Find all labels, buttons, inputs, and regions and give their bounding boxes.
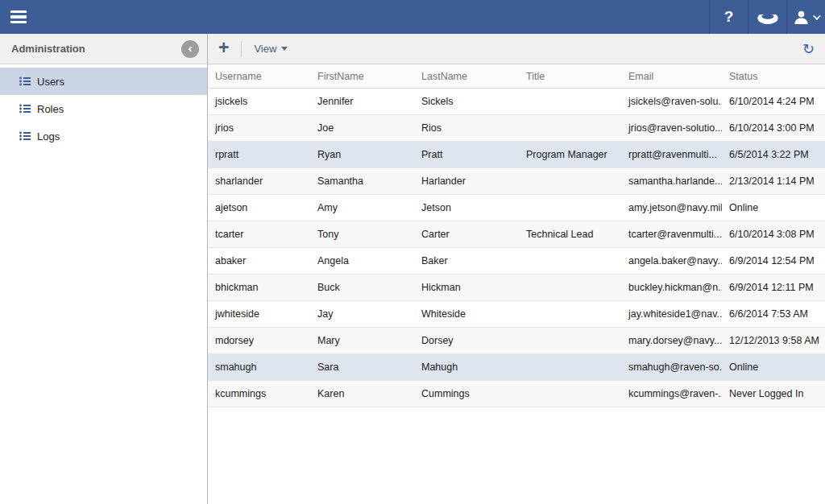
sidebar-item-label: Users [37,76,64,88]
cell-email: samantha.harlande... [621,176,722,187]
app-body: Administration ‹ Users Roles [0,34,825,504]
cell-username: tcarter [208,229,310,240]
hamburger-icon [10,10,27,14]
add-button[interactable]: + [208,39,241,60]
list-icon [19,131,31,141]
table-row[interactable]: tcarter Tony Carter Technical Lead tcart… [208,221,825,248]
cell-lastname: Dorsey [414,335,519,346]
question-icon: ? [724,8,734,26]
cell-status: 6/9/2014 12:11 PM [722,282,825,293]
refresh-button[interactable]: ↻ [802,42,815,56]
phone-button[interactable] [748,0,786,34]
cell-lastname: Whiteside [414,308,519,320]
cell-email: jrios@raven-solutio... [621,122,722,134]
table-row[interactable]: ajetson Amy Jetson amy.jetson@navy.mil O… [208,195,825,221]
refresh-icon: ↻ [802,40,815,57]
chevron-down-icon [281,47,288,51]
column-header-username[interactable]: Username [208,71,310,82]
table-row[interactable]: abaker Angela Baker angela.baker@navy...… [208,248,825,275]
phone-icon [756,10,780,25]
cell-firstname: Jennifer [310,96,414,107]
toolbar: + View ↻ [208,34,825,64]
user-menu-button[interactable] [786,0,825,34]
cell-firstname: Tony [310,229,414,240]
cell-lastname: Rios [414,122,519,134]
cell-username: rpratt [208,149,310,160]
cell-firstname: Sara [310,361,414,373]
chevron-down-icon [813,12,821,20]
table-row[interactable]: kcummings Karen Cummings kcummings@raven… [208,381,825,407]
cell-firstname: Jay [310,308,414,320]
cell-lastname: Pratt [414,149,519,160]
column-header-status[interactable]: Status [722,71,825,82]
cell-status: 6/5/2014 3:22 PM [722,149,825,160]
sidebar-item-roles[interactable]: Roles [0,95,207,122]
sidebar: Administration ‹ Users Roles [0,34,208,504]
cell-status: Never Logged In [722,388,825,399]
topbar-actions: ? [709,0,825,34]
cell-firstname: Angela [310,255,414,266]
sidebar-item-label: Logs [37,130,60,143]
cell-email: jay.whiteside1@nav... [621,308,722,320]
cell-email: smahugh@raven-so... [621,361,722,373]
cell-username: mdorsey [208,335,310,346]
cell-username: jwhiteside [208,308,310,320]
table-row[interactable]: sharlander Samantha Harlander samantha.h… [208,168,825,195]
cell-lastname: Baker [414,255,519,266]
table-row[interactable]: smahugh Sara Mahugh smahugh@raven-so... … [208,354,825,381]
chevron-left-icon: ‹ [189,42,193,54]
table-row[interactable]: bhickman Buck Hickman buckley.hickman@n.… [208,275,825,301]
menu-button[interactable] [0,0,37,34]
cell-email: amy.jetson@navy.mil [621,202,722,213]
collapse-sidebar-button[interactable]: ‹ [181,40,199,58]
cell-firstname: Amy [310,202,414,213]
sidebar-header: Administration ‹ [0,34,207,64]
cell-lastname: Sickels [414,96,519,107]
cell-firstname: Karen [310,388,414,399]
table-body: jsickels Jennifer Sickels jsickels@raven… [208,89,825,407]
cell-status: Online [722,361,825,373]
cell-username: abaker [208,255,310,266]
table-row[interactable]: jrios Joe Rios jrios@raven-solutio... 6/… [208,115,825,142]
plus-icon: + [218,37,229,58]
column-header-title[interactable]: Title [519,71,621,82]
cell-status: Online [722,202,825,213]
cell-email: kcummings@raven-... [621,388,722,399]
cell-status: 2/13/2014 1:14 PM [722,176,825,187]
table-header: UsernameFirstNameLastNameTitleEmailStatu… [208,64,825,89]
column-header-lastname[interactable]: LastName [414,71,519,82]
column-header-firstname[interactable]: FirstName [310,71,414,82]
cell-title: Program Manager [519,149,621,160]
cell-username: sharlander [208,176,310,187]
table-row[interactable]: jsickels Jennifer Sickels jsickels@raven… [208,89,825,115]
cell-firstname: Samantha [310,176,414,187]
cell-email: mary.dorsey@navy.... [621,335,722,346]
user-icon [794,10,809,24]
topbar: ? [0,0,825,34]
cell-username: jsickels [208,96,310,107]
cell-title: Technical Lead [519,229,621,240]
cell-email: jsickels@raven-solu... [621,96,722,107]
column-header-email[interactable]: Email [621,71,722,82]
cell-status: 6/6/2014 7:53 AM [722,308,825,320]
cell-username: kcummings [208,388,310,399]
help-button[interactable]: ? [709,0,748,34]
cell-status: 6/10/2014 3:00 PM [722,122,825,134]
cell-firstname: Buck [310,282,414,293]
list-icon [19,76,31,86]
view-dropdown[interactable]: View [254,43,288,55]
cell-email: angela.baker@navy... [621,255,722,266]
cell-status: 6/10/2014 4:24 PM [722,96,825,107]
sidebar-item-users[interactable]: Users [0,68,207,95]
sidebar-item-logs[interactable]: Logs [0,122,207,150]
cell-username: smahugh [208,361,310,373]
page-title: Administration [11,43,181,55]
cell-lastname: Harlander [414,176,519,187]
cell-lastname: Cummings [414,388,519,399]
table-row[interactable]: mdorsey Mary Dorsey mary.dorsey@navy....… [208,328,825,354]
cell-status: 6/9/2014 12:54 PM [722,255,825,266]
table-row[interactable]: jwhiteside Jay Whiteside jay.whiteside1@… [208,301,825,328]
toolbar-divider [241,41,242,57]
table-row[interactable]: rpratt Ryan Pratt Program Manager rpratt… [208,142,825,168]
view-dropdown-label: View [254,43,276,55]
